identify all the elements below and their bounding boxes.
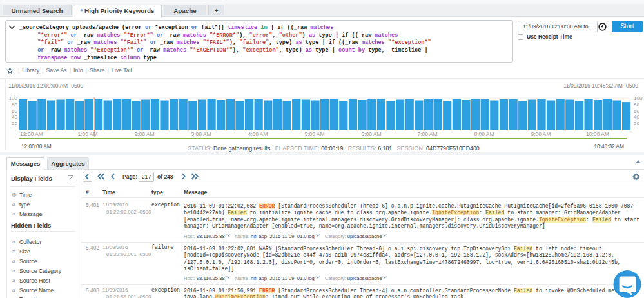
svg-text:60: 60	[634, 108, 639, 114]
svg-text:2:00 AM: 2:00 AM	[134, 131, 154, 137]
svg-text:7:00 AM: 7:00 AM	[417, 131, 437, 137]
svg-text:3:00 AM: 3:00 AM	[191, 131, 211, 137]
svg-text:4:00 AM: 4:00 AM	[248, 131, 268, 137]
svg-text:5:00 AM: 5:00 AM	[304, 131, 324, 137]
svg-text:40: 40	[12, 114, 17, 120]
svg-text:20: 20	[634, 121, 639, 126]
svg-text:8:00 AM: 8:00 AM	[474, 131, 494, 137]
svg-text:100: 100	[9, 95, 18, 101]
svg-text:10:00 AM: 10:00 AM	[586, 131, 609, 137]
svg-text:40: 40	[634, 114, 639, 120]
svg-text:6:00 AM: 6:00 AM	[361, 131, 381, 137]
svg-text:100: 100	[634, 95, 643, 101]
svg-text:20: 20	[12, 121, 17, 126]
svg-text:60: 60	[12, 108, 17, 114]
svg-text:80: 80	[634, 102, 639, 108]
svg-text:1:00 AM: 1:00 AM	[77, 131, 97, 137]
svg-text:80: 80	[12, 102, 17, 108]
svg-text:9:00 AM: 9:00 AM	[531, 131, 551, 137]
svg-text:12:00 AM: 12:00 AM	[20, 131, 43, 137]
